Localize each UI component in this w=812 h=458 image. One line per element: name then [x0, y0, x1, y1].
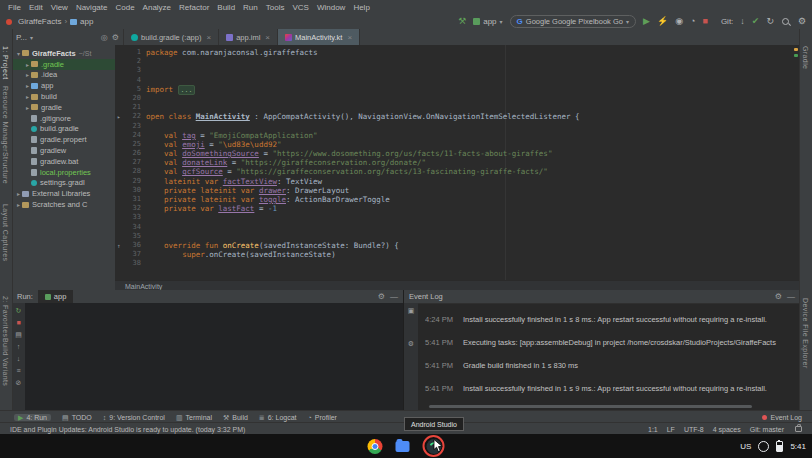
toolwindow-button-6-logcat[interactable]: ≣6: Logcat — [259, 414, 297, 421]
code-editor[interactable]: 1package com.naranjaconsal.giraffefacts2… — [115, 45, 800, 280]
code-line[interactable]: 37 super.onCreate(savedInstanceState) — [115, 250, 800, 259]
caret-position[interactable]: 1:1 — [648, 426, 658, 433]
breadcrumb-project[interactable]: GiraffeFacts — [18, 17, 61, 26]
tree-item-giraffefacts[interactable]: ▾GiraffeFacts~/St — [12, 48, 115, 59]
project-panel-header[interactable]: P... ▾ ◎ ⚙ — [12, 29, 124, 45]
tree-item-build-gradle[interactable]: build.gradle — [12, 124, 115, 135]
code-line[interactable]: 34 — [115, 223, 800, 232]
close-icon[interactable]: × — [265, 33, 270, 42]
event-log-settings-icon[interactable]: ⚙ — [408, 340, 414, 347]
scroll-up-icon[interactable]: ↑ — [17, 343, 21, 350]
expand-arrow-icon[interactable]: ▸ — [15, 201, 22, 208]
toolwindow-button-9-version-control[interactable]: ↕9: Version Control — [103, 414, 165, 421]
indent-setting[interactable]: 4 spaces — [713, 426, 741, 433]
menu-build[interactable]: Build — [213, 3, 239, 12]
tree-item-gradle[interactable]: ▸gradle — [12, 102, 115, 113]
device-selector[interactable]: G Google Google Pixelbook Go ▾ — [510, 15, 636, 28]
stripe-button-structure[interactable]: Structure — [2, 152, 9, 184]
code-line[interactable]: 33 — [115, 213, 800, 222]
code-line[interactable]: 20 — [115, 94, 800, 103]
code-line[interactable]: 23 — [115, 122, 800, 131]
stripe-button-1-project[interactable]: 1: Project — [2, 46, 9, 80]
scroll-down-icon[interactable]: ↓ — [17, 355, 21, 362]
menu-window[interactable]: Window — [313, 3, 349, 12]
toolwindow-button-todo[interactable]: ▤TODO — [62, 414, 92, 421]
stop-icon[interactable]: ■ — [16, 319, 20, 326]
menu-navigate[interactable]: Navigate — [72, 3, 112, 12]
tree-item-gradle-propert[interactable]: gradle.propert — [12, 134, 115, 145]
code-line[interactable]: 36↑ override fun onCreate(savedInstanceS… — [115, 241, 800, 250]
menu-help[interactable]: Help — [349, 3, 373, 12]
code-line[interactable]: 27 val donateLink = "https://giraffecons… — [115, 158, 800, 167]
profile-button[interactable]: ◔ — [690, 17, 695, 26]
code-line[interactable]: 24 val tag = "EmojiCompatApplication" — [115, 131, 800, 140]
tree-item-app[interactable]: ▸app — [12, 80, 115, 91]
notification-icon[interactable] — [758, 441, 769, 452]
tree-item-gitignore[interactable]: .gitignore — [12, 113, 115, 124]
tree-item-gradlew-bat[interactable]: gradlew.bat — [12, 156, 115, 167]
tree-item-gradlew[interactable]: gradlew — [12, 145, 115, 156]
apply-changes-button[interactable]: ⚡ — [657, 17, 668, 26]
code-line[interactable]: 28 val gcfSource = "https://giraffeconse… — [115, 167, 800, 176]
code-line[interactable]: 25 val emoji = "\ud83e\udd92" — [115, 140, 800, 149]
build-hammer-icon[interactable]: ⚒ — [458, 17, 466, 26]
event-log-button[interactable]: Event Log — [770, 414, 802, 421]
clear-console-icon[interactable]: ⊘ — [16, 379, 22, 386]
stripe-button-2-favorites[interactable]: 2: Favorites — [2, 296, 9, 337]
code-line[interactable]: 5import ... — [115, 85, 800, 94]
close-icon[interactable]: × — [347, 33, 352, 42]
git-commit-button[interactable]: ✔ — [752, 17, 760, 26]
keyboard-layout-indicator[interactable]: US — [740, 442, 751, 451]
code-line[interactable]: 22▸open class MainActivity : AppCompatAc… — [115, 112, 800, 121]
menu-analyze[interactable]: Analyze — [139, 3, 175, 12]
breadcrumb-module[interactable]: app — [80, 17, 93, 26]
stripe-button-device-file-explorer[interactable]: Device File Explorer — [802, 298, 809, 369]
menu-code[interactable]: Code — [111, 3, 138, 12]
expand-arrow-icon[interactable]: ▸ — [24, 104, 31, 111]
gear-icon[interactable]: ⚙ — [112, 33, 119, 42]
code-line[interactable]: 29 lateinit var factTextView: TextView — [115, 177, 800, 186]
search-icon[interactable] — [781, 17, 791, 27]
stripe-button-resource-manager[interactable]: Resource Manager — [2, 86, 9, 152]
code-line[interactable]: 3 — [115, 66, 800, 75]
code-line[interactable]: 26 val doSomethingSource = "https://www.… — [115, 149, 800, 158]
clock[interactable]: 5:41 — [790, 442, 806, 451]
rerun-icon[interactable]: ↻ — [16, 307, 22, 314]
file-encoding[interactable]: UTF-8 — [684, 426, 704, 433]
code-line[interactable]: 4 — [115, 76, 800, 85]
code-line[interactable]: 38 — [115, 259, 800, 268]
git-branch[interactable]: Git: master — [750, 426, 784, 433]
menu-refactor[interactable]: Refactor — [175, 3, 213, 12]
line-ending[interactable]: LF — [667, 426, 675, 433]
files-app-icon[interactable] — [396, 441, 410, 452]
stripe-button-gradle[interactable]: Gradle — [802, 46, 809, 69]
code-line[interactable]: 31 private lateinit var toggle: ActionBa… — [115, 195, 800, 204]
tree-item-build[interactable]: ▸build — [12, 91, 115, 102]
override-gutter-icon[interactable]: ↑ — [117, 241, 121, 250]
tree-item-idea[interactable]: ▸.idea — [12, 70, 115, 81]
close-icon[interactable]: × — [206, 33, 211, 42]
menu-vcs[interactable]: VCS — [288, 3, 312, 12]
tree-item-local-properties[interactable]: local.properties — [12, 167, 115, 178]
settings-gear-icon[interactable]: ⚙ — [798, 17, 806, 26]
stop-button[interactable]: ■ — [702, 17, 707, 26]
git-update-button[interactable]: ↓ — [740, 17, 745, 26]
git-revert-button[interactable]: ↻ — [766, 17, 774, 26]
code-line[interactable]: 2 — [115, 57, 800, 66]
expand-arrow-icon[interactable]: ▸ — [24, 82, 31, 89]
event-log-status[interactable]: Event Log — [762, 414, 802, 421]
expand-arrow-icon[interactable]: ▸ — [24, 71, 31, 78]
tree-item-scratches-and-c[interactable]: ▸Scratches and C — [12, 199, 115, 210]
expand-arrow-icon[interactable]: ▸ — [15, 190, 22, 197]
expand-arrow-icon[interactable]: ▸ — [24, 61, 31, 68]
debug-button[interactable]: ◉ — [675, 17, 683, 26]
system-tray[interactable]: US 5:41 — [740, 434, 806, 458]
locate-file-icon[interactable]: ◎ — [101, 33, 108, 42]
tab-mainactivity-kt[interactable]: MainActivity.kt× — [278, 29, 360, 45]
menu-file[interactable]: File — [4, 3, 25, 12]
run-config-selector[interactable]: app ▾ — [473, 17, 502, 26]
run-button[interactable]: ▶ — [643, 17, 650, 26]
code-line[interactable]: 21 — [115, 103, 800, 112]
toolwindow-button-4-run[interactable]: ▶4: Run — [14, 414, 51, 421]
gear-icon[interactable]: ⚙ — [378, 292, 385, 301]
